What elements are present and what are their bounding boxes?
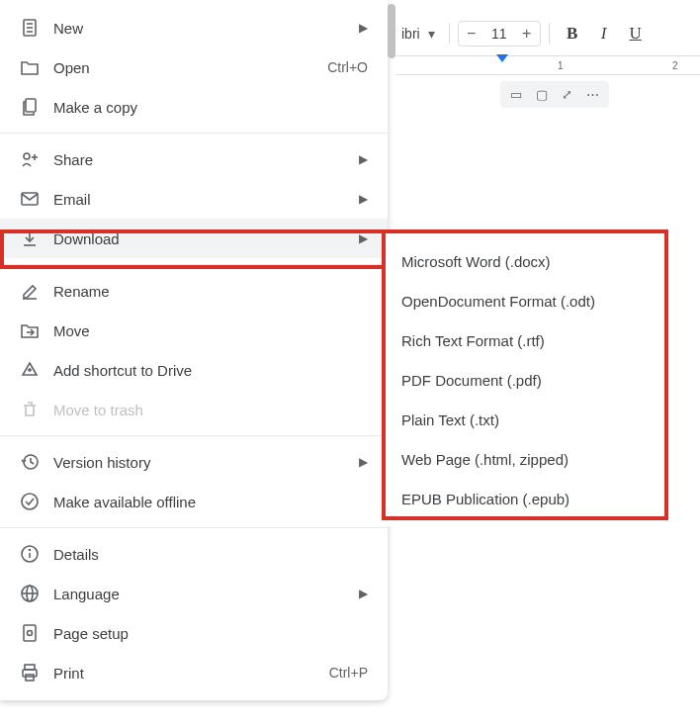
menu-label: Print (53, 665, 329, 682)
menu-separator (0, 264, 388, 265)
rename-icon (20, 281, 40, 301)
menu-label: Email (53, 191, 351, 208)
bold-button[interactable]: B (558, 19, 587, 48)
download-icon (20, 228, 40, 248)
menu-language[interactable]: Language ▶ (0, 574, 388, 613)
svg-rect-27 (26, 675, 34, 681)
menu-move-trash: Move to trash (0, 390, 388, 429)
shortcut-text: Ctrl+P (329, 665, 368, 681)
menu-label: Add shortcut to Drive (53, 362, 368, 379)
menu-label: Download (53, 230, 351, 247)
print-icon (20, 663, 40, 682)
move-icon (20, 320, 40, 340)
menu-version-history[interactable]: Version history ▶ (0, 442, 388, 482)
menu-label: Rename (53, 283, 368, 300)
folder-open-icon (20, 57, 40, 77)
page-setup-icon (20, 623, 40, 643)
svg-point-5 (24, 153, 30, 159)
menu-separator (0, 435, 388, 436)
separator (549, 23, 550, 45)
menu-print[interactable]: Print Ctrl+P (0, 653, 388, 692)
drive-shortcut-icon (20, 360, 40, 380)
increase-font-button[interactable]: + (514, 22, 540, 46)
grid-icon[interactable]: ▢ (536, 87, 548, 102)
menu-move[interactable]: Move (0, 311, 388, 350)
menu-offline[interactable]: Make available offline (0, 482, 388, 521)
menu-label: Language (53, 586, 351, 602)
download-docx[interactable]: Microsoft Word (.docx) (386, 241, 664, 281)
email-icon (20, 189, 40, 209)
menu-label: Version history (53, 454, 351, 471)
menu-rename[interactable]: Rename (0, 271, 388, 311)
menu-make-copy[interactable]: Make a copy (0, 87, 388, 127)
indent-marker[interactable] (496, 54, 508, 62)
italic-button[interactable]: I (589, 19, 619, 48)
font-size-stepper[interactable]: − 11 + (458, 21, 541, 46)
menu-label: Move (53, 322, 368, 339)
menu-separator (0, 133, 388, 134)
menu-label: Make a copy (53, 99, 368, 116)
download-rtf[interactable]: Rich Text Format (.rtf) (386, 320, 664, 360)
underline-button[interactable]: U (621, 19, 651, 48)
menu-scrollbar[interactable] (388, 4, 395, 58)
font-size-value: 11 (484, 26, 514, 42)
svg-rect-4 (26, 99, 36, 112)
svg-point-16 (22, 494, 38, 509)
submenu-arrow-icon: ▶ (359, 455, 368, 469)
table-context-toolbar: ▭ ▢ ⤢ ⋯ (500, 81, 609, 108)
offline-icon (20, 492, 40, 511)
download-html[interactable]: Web Page (.html, zipped) (386, 439, 664, 479)
formatting-toolbar: ibri ▾ − 11 + B I U (395, 16, 700, 51)
download-txt[interactable]: Plain Text (.txt) (386, 400, 664, 439)
menu-separator (0, 527, 388, 528)
svg-point-19 (30, 550, 31, 551)
submenu-arrow-icon: ▶ (359, 21, 368, 35)
history-icon (20, 452, 40, 472)
file-menu: New ▶ Open Ctrl+O Make a copy Share ▶ Em… (0, 0, 388, 700)
submenu-arrow-icon: ▶ (359, 587, 368, 600)
menu-label: Details (53, 546, 368, 563)
font-family-dropdown[interactable]: ibri ▾ (395, 22, 441, 46)
decrease-font-button[interactable]: − (459, 22, 484, 46)
svg-rect-26 (23, 670, 37, 677)
menu-label: Open (53, 59, 327, 76)
download-epub[interactable]: EPUB Publication (.epub) (386, 479, 664, 518)
download-submenu: Microsoft Word (.docx) OpenDocument Form… (386, 233, 664, 526)
svg-rect-23 (24, 625, 36, 641)
caret-down-icon: ▾ (428, 26, 435, 42)
expand-icon[interactable]: ⤢ (562, 87, 572, 102)
menu-label: Page setup (53, 625, 368, 642)
ruler-tick: 1 (558, 60, 564, 71)
separator (449, 23, 450, 45)
trash-icon (20, 400, 40, 419)
menu-share[interactable]: Share ▶ (0, 139, 388, 179)
copy-icon (20, 97, 40, 117)
download-pdf[interactable]: PDF Document (.pdf) (386, 360, 664, 400)
menu-add-shortcut[interactable]: Add shortcut to Drive (0, 350, 388, 390)
submenu-arrow-icon: ▶ (359, 152, 368, 166)
submenu-arrow-icon: ▶ (359, 231, 368, 245)
info-icon (20, 544, 40, 564)
shortcut-text: Ctrl+O (327, 59, 368, 75)
menu-new[interactable]: New ▶ (0, 8, 388, 47)
ruler-tick: 2 (672, 60, 678, 71)
menu-page-setup[interactable]: Page setup (0, 613, 388, 653)
download-odt[interactable]: OpenDocument Format (.odt) (386, 281, 664, 320)
menu-download[interactable]: Download ▶ (0, 219, 388, 258)
menu-label: Share (53, 151, 351, 168)
menu-email[interactable]: Email ▶ (0, 179, 388, 219)
menu-label: Make available offline (53, 494, 368, 510)
menu-open[interactable]: Open Ctrl+O (0, 47, 388, 87)
menu-details[interactable]: Details (0, 534, 388, 574)
svg-point-24 (28, 631, 33, 636)
table-icon[interactable]: ▭ (510, 87, 522, 102)
menu-label: Move to trash (53, 402, 368, 418)
more-icon[interactable]: ⋯ (586, 87, 599, 102)
font-name: ibri (401, 26, 420, 42)
share-icon (20, 149, 40, 169)
submenu-arrow-icon: ▶ (359, 192, 368, 206)
globe-icon (20, 584, 40, 603)
document-icon (20, 18, 40, 38)
horizontal-ruler[interactable]: 1 2 (395, 55, 700, 75)
menu-label: New (53, 20, 351, 37)
